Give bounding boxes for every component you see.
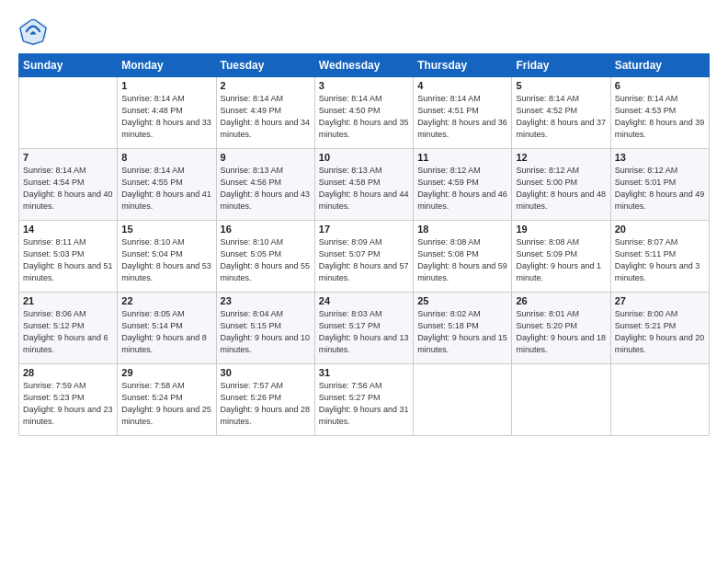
cell-content: Sunrise: 8:00 AM Sunset: 5:21 PM Dayligh…: [615, 308, 705, 356]
daylight-text: Daylight: 8 hours and 57 minutes.: [319, 261, 409, 282]
calendar-cell: 3 Sunrise: 8:14 AM Sunset: 4:50 PM Dayli…: [314, 77, 413, 149]
calendar-cell: [512, 364, 610, 436]
sunrise-text: Sunrise: 8:04 AM: [221, 309, 284, 318]
sunrise-text: Sunrise: 8:11 AM: [23, 237, 86, 247]
day-number: 22: [121, 295, 211, 306]
day-number: 23: [221, 295, 311, 306]
day-number: 10: [319, 152, 409, 163]
daylight-text: Daylight: 8 hours and 51 minutes.: [23, 261, 113, 282]
cell-content: Sunrise: 8:13 AM Sunset: 4:58 PM Dayligh…: [319, 165, 409, 213]
day-number: 9: [221, 152, 311, 163]
cell-content: Sunrise: 7:57 AM Sunset: 5:26 PM Dayligh…: [221, 380, 311, 428]
calendar-cell: 22 Sunrise: 8:05 AM Sunset: 5:14 PM Dayl…: [118, 293, 216, 364]
cell-content: Sunrise: 8:09 AM Sunset: 5:07 PM Dayligh…: [319, 236, 409, 284]
sunset-text: Sunset: 5:00 PM: [516, 178, 577, 187]
sunrise-text: Sunrise: 8:14 AM: [23, 166, 86, 175]
sunset-text: Sunset: 4:52 PM: [516, 106, 577, 115]
day-number: 30: [221, 367, 311, 378]
calendar-cell: 30 Sunrise: 7:57 AM Sunset: 5:26 PM Dayl…: [216, 364, 314, 436]
cell-content: Sunrise: 8:14 AM Sunset: 4:51 PM Dayligh…: [417, 93, 507, 141]
daylight-text: Daylight: 9 hours and 3 minutes.: [615, 261, 700, 282]
sunrise-text: Sunrise: 8:14 AM: [121, 166, 185, 175]
sunrise-text: Sunrise: 8:10 AM: [121, 237, 185, 247]
day-number: 4: [417, 80, 507, 91]
day-number: 31: [319, 367, 409, 378]
sunset-text: Sunset: 4:50 PM: [319, 106, 381, 115]
calendar-body: 1 Sunrise: 8:14 AM Sunset: 4:48 PM Dayli…: [19, 77, 710, 436]
sunset-text: Sunset: 4:49 PM: [221, 106, 282, 115]
cell-content: Sunrise: 8:07 AM Sunset: 5:11 PM Dayligh…: [615, 236, 705, 284]
daylight-text: Daylight: 9 hours and 10 minutes.: [221, 333, 311, 354]
calendar-cell: 27 Sunrise: 8:00 AM Sunset: 5:21 PM Dayl…: [610, 293, 709, 364]
day-number: 26: [516, 295, 606, 306]
sunrise-text: Sunrise: 8:14 AM: [221, 94, 284, 103]
day-number: 11: [417, 152, 507, 163]
cell-content: Sunrise: 8:14 AM Sunset: 4:55 PM Dayligh…: [121, 165, 211, 213]
calendar-cell: 25 Sunrise: 8:02 AM Sunset: 5:18 PM Dayl…: [414, 293, 512, 364]
cell-content: Sunrise: 8:10 AM Sunset: 5:05 PM Dayligh…: [221, 236, 311, 284]
cell-content: Sunrise: 8:12 AM Sunset: 4:59 PM Dayligh…: [417, 165, 507, 213]
calendar-cell: 9 Sunrise: 8:13 AM Sunset: 4:56 PM Dayli…: [216, 149, 314, 221]
daylight-text: Daylight: 9 hours and 23 minutes.: [23, 405, 113, 426]
sunset-text: Sunset: 5:11 PM: [615, 249, 677, 259]
calendar-cell: 26 Sunrise: 8:01 AM Sunset: 5:20 PM Dayl…: [512, 293, 610, 364]
cell-content: Sunrise: 8:14 AM Sunset: 4:53 PM Dayligh…: [615, 93, 705, 141]
daylight-text: Daylight: 8 hours and 44 minutes.: [319, 190, 409, 211]
daylight-text: Daylight: 8 hours and 55 minutes.: [221, 261, 311, 282]
daylight-text: Daylight: 8 hours and 49 minutes.: [615, 190, 705, 211]
day-number: 20: [615, 224, 705, 235]
sunset-text: Sunset: 5:04 PM: [121, 249, 183, 259]
sunrise-text: Sunrise: 8:12 AM: [615, 166, 678, 175]
cell-content: Sunrise: 8:08 AM Sunset: 5:08 PM Dayligh…: [417, 236, 507, 284]
cell-content: Sunrise: 7:58 AM Sunset: 5:24 PM Dayligh…: [121, 380, 211, 428]
sunrise-text: Sunrise: 7:59 AM: [23, 381, 86, 390]
weekday-header: Wednesday: [314, 54, 413, 77]
sunrise-text: Sunrise: 7:58 AM: [121, 381, 185, 390]
daylight-text: Daylight: 8 hours and 34 minutes.: [221, 118, 311, 139]
sunset-text: Sunset: 5:26 PM: [221, 393, 282, 402]
sunset-text: Sunset: 5:17 PM: [319, 321, 381, 330]
sunrise-text: Sunrise: 8:02 AM: [417, 309, 481, 318]
day-number: 7: [23, 152, 113, 163]
sunset-text: Sunset: 5:03 PM: [23, 249, 85, 259]
sunset-text: Sunset: 5:18 PM: [417, 321, 479, 330]
sunrise-text: Sunrise: 8:08 AM: [417, 237, 481, 247]
calendar-cell: [610, 364, 709, 436]
calendar-cell: 7 Sunrise: 8:14 AM Sunset: 4:54 PM Dayli…: [19, 149, 118, 221]
sunrise-text: Sunrise: 8:13 AM: [221, 166, 284, 175]
daylight-text: Daylight: 9 hours and 25 minutes.: [121, 405, 211, 426]
calendar-cell: 2 Sunrise: 8:14 AM Sunset: 4:49 PM Dayli…: [216, 77, 314, 149]
cell-content: Sunrise: 7:59 AM Sunset: 5:23 PM Dayligh…: [23, 380, 113, 428]
calendar-row: 1 Sunrise: 8:14 AM Sunset: 4:48 PM Dayli…: [19, 77, 710, 149]
calendar-cell: 11 Sunrise: 8:12 AM Sunset: 4:59 PM Dayl…: [414, 149, 512, 221]
sunrise-text: Sunrise: 8:09 AM: [319, 237, 382, 247]
sunset-text: Sunset: 5:09 PM: [516, 249, 577, 259]
day-number: 18: [417, 224, 507, 235]
cell-content: Sunrise: 8:14 AM Sunset: 4:49 PM Dayligh…: [221, 93, 311, 141]
sunset-text: Sunset: 5:15 PM: [221, 321, 282, 330]
calendar-row: 28 Sunrise: 7:59 AM Sunset: 5:23 PM Dayl…: [19, 364, 710, 436]
calendar-cell: 8 Sunrise: 8:14 AM Sunset: 4:55 PM Dayli…: [118, 149, 216, 221]
calendar-cell: 21 Sunrise: 8:06 AM Sunset: 5:12 PM Dayl…: [19, 293, 118, 364]
sunrise-text: Sunrise: 8:08 AM: [516, 237, 579, 247]
sunset-text: Sunset: 4:59 PM: [417, 178, 479, 187]
sunrise-text: Sunrise: 8:07 AM: [615, 237, 678, 247]
daylight-text: Daylight: 9 hours and 8 minutes.: [121, 333, 207, 354]
calendar-cell: 18 Sunrise: 8:08 AM Sunset: 5:08 PM Dayl…: [414, 221, 512, 293]
day-number: 14: [23, 224, 113, 235]
calendar-cell: 23 Sunrise: 8:04 AM Sunset: 5:15 PM Dayl…: [216, 293, 314, 364]
daylight-text: Daylight: 9 hours and 15 minutes.: [417, 333, 507, 354]
sunset-text: Sunset: 4:53 PM: [615, 106, 677, 115]
cell-content: Sunrise: 8:13 AM Sunset: 4:56 PM Dayligh…: [221, 165, 311, 213]
sunset-text: Sunset: 5:08 PM: [417, 249, 479, 259]
weekday-row: SundayMondayTuesdayWednesdayThursdayFrid…: [19, 54, 710, 77]
daylight-text: Daylight: 9 hours and 31 minutes.: [319, 405, 409, 426]
daylight-text: Daylight: 9 hours and 20 minutes.: [615, 333, 705, 354]
calendar-cell: 31 Sunrise: 7:56 AM Sunset: 5:27 PM Dayl…: [314, 364, 413, 436]
sunset-text: Sunset: 5:12 PM: [23, 321, 85, 330]
day-number: 28: [23, 367, 113, 378]
weekday-header: Saturday: [610, 54, 709, 77]
weekday-header: Thursday: [414, 54, 512, 77]
day-number: 27: [615, 295, 705, 306]
cell-content: Sunrise: 8:12 AM Sunset: 5:00 PM Dayligh…: [516, 165, 606, 213]
